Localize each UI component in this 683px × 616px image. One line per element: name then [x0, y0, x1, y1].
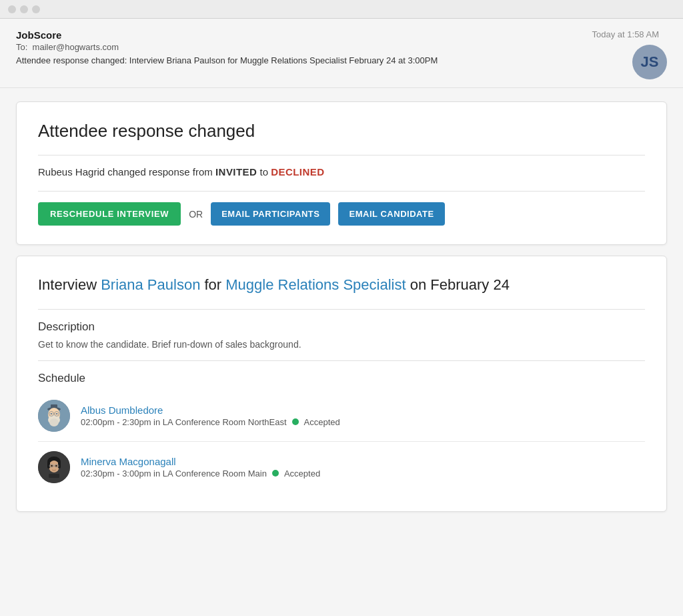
candidate-name: Briana Paulson: [101, 276, 200, 293]
attendee-info-minerva: Minerva Macgonagall 02:30pm - 3:00pm in …: [81, 456, 645, 479]
divider-4: [38, 360, 645, 361]
email-meta: JobScore To: mailer@hogwarts.com Attende…: [16, 29, 592, 67]
schedule-item-dumbledore: Albus Dumbledore 02:00pm - 2:30pm in LA …: [38, 390, 645, 442]
divider-3: [38, 309, 645, 310]
response-prefix: Rubeus Hagrid changed response from: [38, 166, 215, 178]
email-timestamp: Today at 1:58 AM: [592, 29, 659, 39]
description-text: Get to know the candidate. Brief run-dow…: [38, 339, 645, 350]
svg-point-17: [55, 465, 57, 467]
dumbledore-time: 02:00pm - 2:30pm in LA Conference Room N…: [81, 417, 287, 427]
email-subject: Attendee response changed: Interview Bri…: [16, 55, 592, 67]
avatar-minerva: [38, 451, 70, 483]
interview-details-card: Interview Briana Paulson for Muggle Rela…: [16, 256, 667, 512]
to-status: DECLINED: [271, 166, 324, 178]
response-text: Rubeus Hagrid changed response from INVI…: [38, 166, 645, 178]
card1-title: Attendee response changed: [38, 121, 645, 141]
attendee-name-dumbledore[interactable]: Albus Dumbledore: [81, 404, 645, 416]
maximize-button[interactable]: [32, 5, 40, 13]
svg-point-5: [49, 418, 59, 426]
email-header: JobScore To: mailer@hogwarts.com Attende…: [0, 19, 683, 88]
close-button[interactable]: [8, 5, 16, 13]
divider-1: [38, 155, 645, 156]
schedule-label: Schedule: [38, 372, 645, 385]
attendee-schedule-minerva: 02:30pm - 3:00pm in LA Conference Room M…: [81, 469, 645, 479]
avatar-initials: JS: [641, 53, 659, 71]
minimize-button[interactable]: [20, 5, 28, 13]
titlebar: [0, 0, 683, 19]
app-window: JobScore To: mailer@hogwarts.com Attende…: [0, 0, 683, 616]
minerva-time: 02:30pm - 3:00pm in LA Conference Room M…: [81, 469, 267, 479]
schedule-section: Schedule: [38, 372, 645, 493]
reschedule-interview-button[interactable]: RESCHEDULE INTERVIEW: [38, 202, 181, 226]
accepted-label-dumbledore: Accepted: [304, 417, 340, 427]
email-participants-button[interactable]: EMAIL PARTICIPANTS: [211, 202, 330, 226]
email-candidate-button[interactable]: EMAIL CANDIDATE: [338, 202, 444, 226]
accepted-dot-dumbledore: [292, 418, 299, 425]
accepted-dot-minerva: [272, 470, 279, 477]
email-to-label: To:: [16, 42, 27, 52]
svg-rect-21: [49, 474, 59, 478]
description-label: Description: [38, 320, 645, 334]
from-status: INVITED: [215, 166, 257, 178]
interview-date: on February 24: [410, 276, 510, 293]
sender-avatar: JS: [632, 45, 667, 79]
schedule-item-minerva: Minerva Macgonagall 02:30pm - 3:00pm in …: [38, 442, 645, 493]
attendee-info-dumbledore: Albus Dumbledore 02:00pm - 2:30pm in LA …: [81, 404, 645, 427]
action-row: RESCHEDULE INTERVIEW OR EMAIL PARTICIPAN…: [38, 202, 645, 226]
traffic-lights: [8, 5, 40, 13]
svg-point-7: [56, 413, 58, 414]
or-label: OR: [189, 209, 203, 220]
svg-point-16: [51, 465, 53, 467]
attendee-name-minerva[interactable]: Minerva Macgonagall: [81, 456, 645, 467]
job-title: Muggle Relations Specialist: [225, 276, 406, 293]
accepted-label-minerva: Accepted: [284, 469, 320, 479]
response-card: Attendee response changed Rubeus Hagrid …: [16, 101, 667, 245]
avatar-dumbledore: [38, 400, 70, 432]
interview-for: for: [205, 276, 226, 293]
svg-point-6: [51, 413, 53, 414]
email-to: To: mailer@hogwarts.com: [16, 42, 592, 52]
email-body: Attendee response changed Rubeus Hagrid …: [0, 88, 683, 525]
divider-2: [38, 191, 645, 192]
email-to-address: mailer@hogwarts.com: [33, 42, 119, 52]
interview-prefix: Interview: [38, 276, 101, 293]
response-connector: to: [260, 166, 271, 178]
interview-title: Interview Briana Paulson for Muggle Rela…: [38, 275, 645, 296]
attendee-schedule-dumbledore: 02:00pm - 2:30pm in LA Conference Room N…: [81, 417, 645, 427]
email-sender: JobScore: [16, 29, 592, 41]
